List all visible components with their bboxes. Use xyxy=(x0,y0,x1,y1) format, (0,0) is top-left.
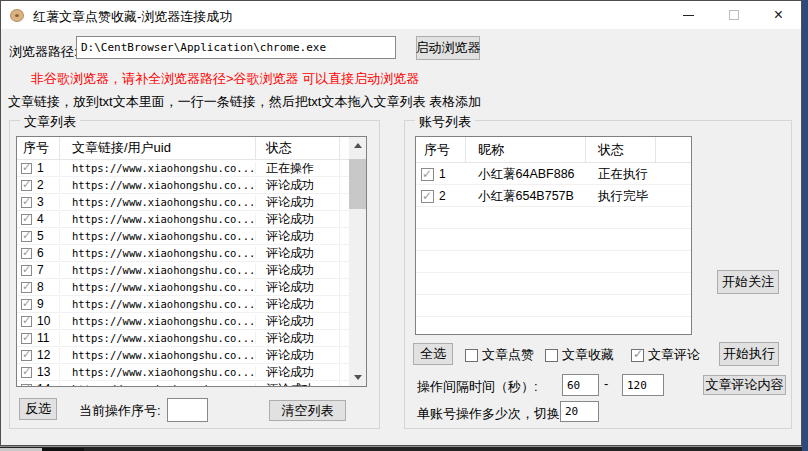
account-header-extra xyxy=(656,137,691,162)
article-row[interactable]: 4 https://www.xiaohongshu.co... 评论成功 xyxy=(17,211,366,228)
option-favorite[interactable]: 文章收藏 xyxy=(545,346,614,364)
article-row-checkbox[interactable] xyxy=(21,367,32,378)
article-row-seq: 7 xyxy=(37,263,44,277)
article-row[interactable]: 12 https://www.xiaohongshu.co... 评论成功 xyxy=(17,347,366,364)
article-row[interactable]: 11 https://www.xiaohongshu.co... 评论成功 xyxy=(17,330,366,347)
article-row-status: 评论成功 xyxy=(256,296,340,313)
article-row-checkbox[interactable] xyxy=(21,333,32,344)
app-window: 红薯文章点赞收藏-浏览器连接成功 × 浏览器路径: 启动浏览器 非谷歌浏览器，请… xyxy=(0,0,802,446)
article-row-seq: 10 xyxy=(37,314,50,328)
interval-min-input[interactable] xyxy=(562,374,599,396)
like-checkbox[interactable] xyxy=(465,349,478,362)
article-row-checkbox[interactable] xyxy=(21,231,32,242)
start-follow-button[interactable]: 开始关注 xyxy=(717,270,779,294)
comment-content-button[interactable]: 文章评论内容 xyxy=(703,375,786,395)
article-row-link: https://www.xiaohongshu.co... xyxy=(60,281,256,293)
article-row-checkbox[interactable] xyxy=(21,384,32,388)
browser-path-label: 浏览器路径: xyxy=(9,43,78,61)
article-row[interactable]: 6 https://www.xiaohongshu.co... 评论成功 xyxy=(17,245,366,262)
invert-selection-button[interactable]: 反选 xyxy=(19,398,57,420)
close-button[interactable]: × xyxy=(756,1,801,29)
article-row-checkbox[interactable] xyxy=(21,265,32,276)
account-row-seq-cell: 1 xyxy=(416,167,466,181)
scroll-up-icon xyxy=(354,143,362,148)
article-row-checkbox[interactable] xyxy=(21,316,32,327)
article-row-checkbox[interactable] xyxy=(21,350,32,361)
per-account-input[interactable] xyxy=(560,401,599,422)
maximize-button[interactable] xyxy=(711,1,756,29)
account-row-seq: 1 xyxy=(439,167,446,181)
article-row[interactable]: 2 https://www.xiaohongshu.co... 评论成功 xyxy=(17,177,366,194)
scroll-down-button[interactable] xyxy=(349,369,366,386)
article-header-link: 文章链接/用户uid xyxy=(60,137,256,159)
article-row-link: https://www.xiaohongshu.co... xyxy=(60,383,256,387)
comment-checkbox[interactable] xyxy=(631,349,644,362)
account-row-checkbox[interactable] xyxy=(421,168,434,181)
account-header-nickname: 昵称 xyxy=(466,137,586,162)
option-comment[interactable]: 文章评论 xyxy=(631,346,700,364)
article-row[interactable]: 1 https://www.xiaohongshu.co... 正在操作 xyxy=(17,160,366,177)
article-row[interactable]: 8 https://www.xiaohongshu.co... 评论成功 xyxy=(17,279,366,296)
scroll-up-button[interactable] xyxy=(349,137,366,154)
article-row-seq: 9 xyxy=(37,297,44,311)
article-row-seq: 14 xyxy=(37,382,50,387)
interval-label: 操作间隔时间（秒）: xyxy=(417,378,538,396)
select-all-button[interactable]: 全选 xyxy=(413,343,453,365)
article-row-link: https://www.xiaohongshu.co... xyxy=(60,179,256,191)
account-list-group: 账号列表 序号 昵称 状态 1 小红薯64ABF886 xyxy=(404,120,792,429)
account-row-nickname: 小红薯654B757B xyxy=(466,188,586,205)
minimize-button[interactable] xyxy=(666,1,711,29)
launch-browser-button[interactable]: 启动浏览器 xyxy=(416,36,480,60)
taskbar-strip xyxy=(0,446,802,451)
article-row-checkbox[interactable] xyxy=(21,180,32,191)
article-row-seq-cell: 12 xyxy=(17,348,60,362)
article-row-seq: 5 xyxy=(37,229,44,243)
interval-max-input[interactable] xyxy=(622,374,664,396)
article-row[interactable]: 9 https://www.xiaohongshu.co... 评论成功 xyxy=(17,296,366,313)
article-row-seq-cell: 1 xyxy=(17,161,60,175)
article-row[interactable]: 3 https://www.xiaohongshu.co... 评论成功 xyxy=(17,194,366,211)
article-row-checkbox[interactable] xyxy=(21,163,32,174)
article-row-checkbox[interactable] xyxy=(21,248,32,259)
account-row-nickname: 小红薯64ABF886 xyxy=(466,166,586,183)
article-list-scrollbar[interactable] xyxy=(349,137,366,386)
account-row-status: 执行完毕 xyxy=(586,188,656,205)
start-execute-button[interactable]: 开始执行 xyxy=(719,342,779,366)
article-table-body: 1 https://www.xiaohongshu.co... 正在操作 2 h… xyxy=(17,160,366,387)
browser-path-input[interactable] xyxy=(76,36,396,59)
per-account-label: 单账号操作多少次，切换: xyxy=(417,405,564,423)
article-row-seq-cell: 2 xyxy=(17,178,60,192)
option-like[interactable]: 文章点赞 xyxy=(465,346,534,364)
article-row[interactable]: 10 https://www.xiaohongshu.co... 评论成功 xyxy=(17,313,366,330)
article-row-status: 评论成功 xyxy=(256,211,340,228)
account-row-checkbox[interactable] xyxy=(421,190,434,203)
article-row-link: https://www.xiaohongshu.co... xyxy=(60,196,256,208)
article-row-link: https://www.xiaohongshu.co... xyxy=(60,332,256,344)
article-row-status: 评论成功 xyxy=(256,330,340,347)
title-bar[interactable]: 红薯文章点赞收藏-浏览器连接成功 × xyxy=(1,1,801,29)
article-row[interactable]: 14 https://www.xiaohongshu.co... 评论成功 xyxy=(17,381,366,387)
article-row-link: https://www.xiaohongshu.co... xyxy=(60,298,256,310)
article-row-seq-cell: 8 xyxy=(17,280,60,294)
article-row[interactable]: 5 https://www.xiaohongshu.co... 评论成功 xyxy=(17,228,366,245)
account-row[interactable]: 1 小红薯64ABF886 正在执行 xyxy=(416,163,691,185)
article-row-link: https://www.xiaohongshu.co... xyxy=(60,366,256,378)
maximize-icon xyxy=(729,10,739,20)
article-row-checkbox[interactable] xyxy=(21,197,32,208)
article-row-seq-cell: 4 xyxy=(17,212,60,226)
close-icon: × xyxy=(774,7,783,23)
current-seq-input[interactable] xyxy=(167,398,208,422)
article-row-link: https://www.xiaohongshu.co... xyxy=(60,349,256,361)
account-table: 序号 昵称 状态 1 小红薯64ABF886 正在执行 xyxy=(415,136,692,335)
scrollbar-thumb[interactable] xyxy=(349,159,366,209)
account-row[interactable]: 2 小红薯654B757B 执行完毕 xyxy=(416,185,691,207)
article-row[interactable]: 7 https://www.xiaohongshu.co... 评论成功 xyxy=(17,262,366,279)
account-row-status: 正在执行 xyxy=(586,166,656,183)
article-row-checkbox[interactable] xyxy=(21,299,32,310)
article-row-checkbox[interactable] xyxy=(21,282,32,293)
article-row-checkbox[interactable] xyxy=(21,214,32,225)
article-row-seq: 12 xyxy=(37,348,50,362)
article-row[interactable]: 13 https://www.xiaohongshu.co... 评论成功 xyxy=(17,364,366,381)
favorite-checkbox[interactable] xyxy=(545,349,558,362)
clear-list-button[interactable]: 清空列表 xyxy=(269,400,346,421)
